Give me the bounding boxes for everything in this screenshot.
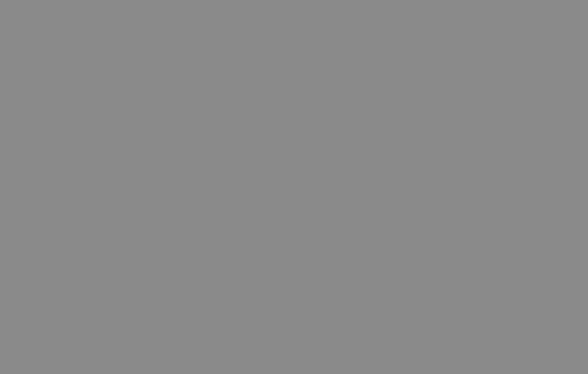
title-bar (0, 0, 588, 14)
chart-canvas[interactable] (0, 0, 588, 374)
trade-navigator-window (0, 0, 588, 374)
oi-panel-labels (545, 207, 552, 215)
